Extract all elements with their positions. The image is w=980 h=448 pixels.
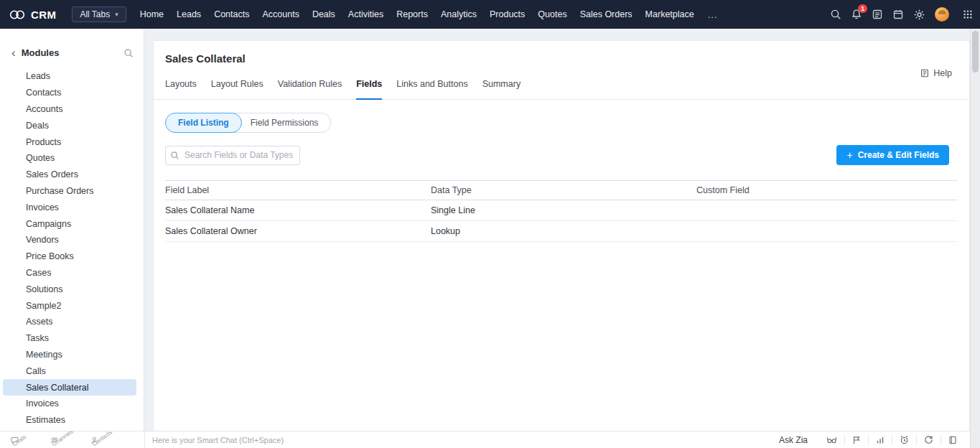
sidebar-item-leads[interactable]: Leads — [3, 68, 136, 85]
nav-item-home[interactable]: Home — [134, 9, 170, 19]
nav-item-activities[interactable]: Activities — [342, 9, 390, 19]
field-view-segmented-control: Field Listing Field Permissions — [165, 113, 331, 133]
create-edit-fields-button[interactable]: + Create & Edit Fields — [836, 145, 949, 165]
module-tabs: Layouts Layout Rules Validation Rules Fi… — [154, 79, 969, 100]
sidebar-item-sales-orders[interactable]: Sales Orders — [3, 167, 136, 183]
notebook-icon[interactable] — [941, 435, 964, 445]
tab-links-and-buttons[interactable]: Links and Buttons — [396, 79, 467, 99]
zoho-logo-icon — [9, 9, 26, 21]
cell-field-label: Sales Collateral Name — [165, 205, 431, 215]
nav-item-leads[interactable]: Leads — [170, 9, 207, 19]
dock-contacts[interactable]: Contacts — [90, 436, 99, 445]
smart-chat-hint[interactable]: Here is your Smart Chat (Ctrl+Space) — [144, 431, 779, 448]
ask-zia-label[interactable]: Ask Zia — [779, 435, 808, 445]
search-icon — [170, 151, 179, 160]
sidebar-item-price-books[interactable]: Price Books — [3, 248, 136, 265]
sidebar-item-calls[interactable]: Calls — [3, 363, 136, 379]
cell-data-type: Lookup — [431, 226, 696, 236]
feeds-icon[interactable] — [872, 9, 883, 20]
search-icon[interactable] — [830, 9, 841, 20]
sidebar-item-tasks[interactable]: Tasks — [3, 330, 136, 347]
table-header-row: Field Label Data Type Custom Field — [165, 180, 958, 200]
fields-search-input[interactable] — [165, 146, 300, 165]
create-edit-fields-label: Create & Edit Fields — [858, 150, 939, 160]
nav-item-deals[interactable]: Deals — [306, 9, 342, 19]
topbar: CRM All Tabs ▾ Home Leads Contacts Accou… — [0, 0, 980, 29]
sidebar-header: ‹ Modules — [0, 29, 144, 64]
fields-table: Field Label Data Type Custom Field Sales… — [165, 180, 958, 242]
sidebar-item-sample2[interactable]: Sample2 — [3, 297, 136, 314]
footer-right-tools: Ask Zia — [779, 434, 970, 445]
sidebar-item-products[interactable]: Products — [3, 134, 136, 150]
user-avatar[interactable] — [935, 7, 949, 22]
zia-glasses-icon[interactable] — [819, 434, 844, 445]
sidebar-item-sales-collateral[interactable]: Sales Collateral — [3, 379, 136, 396]
help-icon — [920, 68, 930, 78]
sidebar-item-purchase-orders[interactable]: Purchase Orders — [3, 183, 136, 200]
dock-chats[interactable]: Chats — [10, 436, 19, 445]
analytics-bars-icon[interactable] — [869, 435, 892, 445]
scrollbar-track — [970, 29, 980, 448]
sidebar-items: Leads Contacts Accounts Deals Products Q… — [0, 64, 144, 429]
topbar-icons: 1 — [830, 7, 980, 22]
tab-validation-rules[interactable]: Validation Rules — [278, 79, 342, 99]
calendar-icon[interactable] — [892, 9, 904, 20]
sidebar-item-cases[interactable]: Cases — [3, 265, 136, 281]
footer-bar: Chats Channels Contacts Here is your Sma… — [0, 431, 970, 448]
dock-channels[interactable]: Channels — [50, 436, 60, 445]
nav-more-button[interactable]: ... — [701, 9, 725, 20]
settings-gear-icon[interactable] — [913, 9, 925, 21]
sidebar-item-accounts[interactable]: Accounts — [3, 101, 136, 118]
sidebar-search-icon[interactable] — [123, 48, 134, 58]
sidebar-item-contacts[interactable]: Contacts — [3, 85, 136, 101]
brand[interactable]: CRM — [9, 9, 56, 21]
notification-count-badge: 1 — [858, 4, 867, 13]
nav-item-reports[interactable]: Reports — [390, 9, 434, 19]
page-title: Sales Collateral — [165, 52, 969, 65]
nav-item-marketplace[interactable]: Marketplace — [639, 9, 701, 19]
nav-item-accounts[interactable]: Accounts — [256, 9, 305, 19]
sidebar-item-assets[interactable]: Assets — [3, 314, 136, 330]
nav-item-analytics[interactable]: Analytics — [434, 9, 483, 19]
flag-icon[interactable] — [845, 435, 868, 445]
sidebar-item-deals[interactable]: Deals — [3, 117, 136, 134]
segment-field-listing[interactable]: Field Listing — [165, 113, 242, 133]
history-icon[interactable] — [917, 434, 941, 445]
dock-contacts-label: Contacts — [91, 431, 113, 447]
tab-summary[interactable]: Summary — [482, 79, 521, 99]
scrollbar-thumb[interactable] — [972, 31, 979, 73]
plus-icon: + — [846, 151, 852, 159]
nav-item-quotes[interactable]: Quotes — [531, 9, 573, 19]
sidebar-item-vendors[interactable]: Vendors — [3, 232, 136, 248]
tab-layouts[interactable]: Layouts — [165, 79, 197, 99]
dock-channels-label: Channels — [51, 431, 75, 447]
sidebar-item-invoices-2[interactable]: Invoices — [3, 396, 136, 412]
sidebar-item-campaigns[interactable]: Campaigns — [3, 215, 136, 232]
back-chevron-icon[interactable]: ‹ — [11, 49, 16, 57]
sidebar-item-estimates[interactable]: Estimates — [3, 412, 136, 429]
caret-down-icon: ▾ — [115, 11, 118, 18]
sidebar-item-solutions[interactable]: Solutions — [3, 281, 136, 297]
segment-field-permissions[interactable]: Field Permissions — [232, 113, 332, 133]
sidebar-title: Modules — [22, 47, 118, 58]
sidebar: ‹ Modules Leads Contacts Accounts Deals … — [0, 29, 144, 431]
top-navigation: Home Leads Contacts Accounts Deals Activ… — [134, 9, 725, 20]
table-row[interactable]: Sales Collateral Name Single Line — [165, 200, 958, 221]
help-link[interactable]: Help — [920, 68, 952, 78]
sidebar-item-meetings[interactable]: Meetings — [3, 347, 136, 363]
nav-item-sales-orders[interactable]: Sales Orders — [574, 9, 639, 19]
table-row[interactable]: Sales Collateral Owner Lookup — [165, 221, 958, 242]
nav-item-products[interactable]: Products — [483, 9, 531, 19]
alarm-clock-icon[interactable] — [892, 434, 916, 445]
tab-layout-rules[interactable]: Layout Rules — [211, 79, 263, 99]
notifications-bell-icon[interactable]: 1 — [851, 9, 862, 20]
nav-item-contacts[interactable]: Contacts — [207, 9, 256, 19]
sidebar-item-quotes[interactable]: Quotes — [3, 150, 136, 167]
brand-label: CRM — [31, 9, 56, 21]
main-area: Sales Collateral Help Layouts Layout Rul… — [144, 29, 970, 431]
apps-grid-icon[interactable] — [963, 9, 973, 19]
all-tabs-dropdown[interactable]: All Tabs ▾ — [72, 6, 126, 22]
sidebar-item-invoices[interactable]: Invoices — [3, 199, 136, 215]
tab-fields[interactable]: Fields — [356, 79, 382, 100]
content-card: Sales Collateral Help Layouts Layout Rul… — [153, 40, 970, 431]
